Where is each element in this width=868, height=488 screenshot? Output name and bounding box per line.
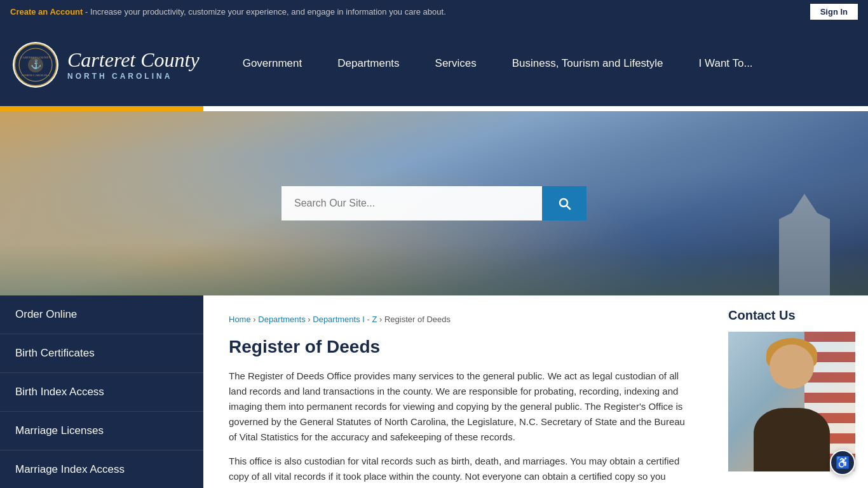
county-name: Carteret County: [67, 49, 200, 71]
sidebar-item-marriage-index[interactable]: Marriage Index Access: [0, 451, 203, 488]
sidebar-item-birth-certificates[interactable]: Birth Certificates: [0, 334, 203, 373]
nav-government[interactable]: Government: [225, 24, 320, 106]
main-nav: Government Departments Services Business…: [225, 24, 771, 106]
person-body: [754, 408, 830, 471]
person-face: [770, 344, 814, 389]
svg-text:⚓: ⚓: [31, 59, 42, 70]
contact-title: Contact Us: [728, 308, 855, 323]
main-content: Home › Departments › Departments I - Z ›…: [203, 295, 715, 488]
nav-services[interactable]: Services: [417, 24, 494, 106]
accessibility-button[interactable]: ♿: [830, 450, 855, 475]
nav-departments[interactable]: Departments: [320, 24, 417, 106]
nav-i-want-to[interactable]: I Want To...: [681, 24, 771, 106]
top-bar: Create an Account - Increase your produc…: [0, 0, 868, 24]
topbar-tagline: - Increase your productivity, customize …: [85, 7, 446, 17]
sidebar-item-birth-index[interactable]: Birth Index Access: [0, 373, 203, 412]
breadcrumb-current: Register of Deeds: [384, 315, 451, 324]
search-button[interactable]: [542, 186, 587, 220]
create-account-link[interactable]: Create an Account: [10, 7, 83, 17]
accent-bar: [0, 106, 203, 111]
hero-grass: [0, 245, 868, 295]
logo-text: Carteret County NORTH CAROLINA: [67, 49, 200, 80]
page-body: The Register of Deeds Office provides ma…: [229, 369, 690, 488]
sidebar-item-order-online[interactable]: Order Online: [0, 295, 203, 334]
content-wrapper: Order Online Birth Certificates Birth In…: [0, 295, 868, 488]
sign-in-button[interactable]: Sign In: [810, 4, 858, 20]
search-container: [281, 186, 587, 220]
sidebar: Order Online Birth Certificates Birth In…: [0, 295, 203, 488]
paragraph-1: The Register of Deeds Office provides ma…: [229, 369, 690, 445]
hero-section: [0, 111, 868, 295]
header: CARTERET COUNTY NORTH CAROLINA ⚓ Cartere…: [0, 24, 868, 106]
breadcrumb-departments-iz[interactable]: Departments I - Z: [313, 315, 377, 324]
logo-link[interactable]: CARTERET COUNTY NORTH CAROLINA ⚓ Cartere…: [13, 42, 200, 88]
breadcrumb-departments[interactable]: Departments: [258, 315, 305, 324]
nav-business[interactable]: Business, Tourism and Lifestyle: [494, 24, 681, 106]
logo-seal: CARTERET COUNTY NORTH CAROLINA ⚓: [13, 42, 58, 88]
state-name: NORTH CAROLINA: [67, 72, 200, 81]
breadcrumb-home[interactable]: Home: [229, 315, 251, 324]
contact-photo: [728, 332, 855, 471]
search-icon: [557, 196, 572, 211]
search-input[interactable]: [281, 186, 542, 220]
page-title: Register of Deeds: [229, 337, 690, 357]
breadcrumb: Home › Departments › Departments I - Z ›…: [229, 315, 690, 324]
sidebar-item-marriage-licenses[interactable]: Marriage Licenses: [0, 412, 203, 451]
svg-text:NORTH CAROLINA: NORTH CAROLINA: [22, 74, 50, 77]
paragraph-2: This office is also custodian for vital …: [229, 454, 690, 488]
